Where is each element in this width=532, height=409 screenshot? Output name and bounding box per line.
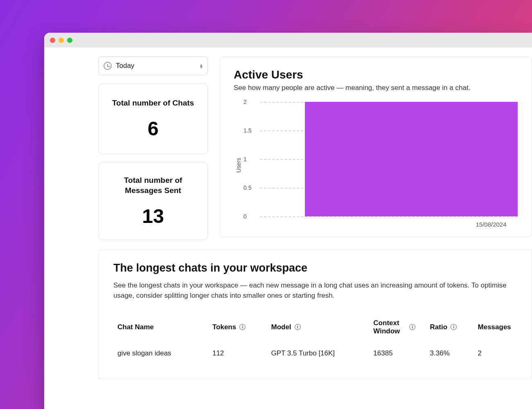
panel-title: The longest chats in your workspace — [113, 262, 517, 274]
stat-card-total-chats: Total number of Chats 6 — [98, 83, 208, 154]
col-chat-name: Chat Name — [113, 314, 209, 340]
chart-x-tick: 15/08/2024 — [476, 221, 506, 228]
chart-y-tick: 2 — [243, 99, 247, 105]
time-range-select[interactable]: Today ▴▾ — [98, 56, 208, 75]
info-icon[interactable]: i — [409, 324, 415, 330]
app-window: Today ▴▾ Total number of Chats 6 Total n… — [44, 33, 532, 409]
left-column: Today ▴▾ Total number of Chats 6 Total n… — [98, 56, 208, 240]
close-window-button[interactable] — [50, 38, 55, 43]
col-label: Model — [271, 323, 291, 331]
clock-icon — [104, 62, 112, 70]
panel-subtitle: See the longest chats in your workspace … — [113, 280, 517, 301]
longest-chats-table: Chat Name Tokensi Modeli Context Windowi… — [113, 314, 517, 366]
stat-value: 6 — [106, 117, 200, 140]
chart-gridline — [260, 216, 518, 217]
table-cell: 2 — [475, 340, 517, 366]
info-icon[interactable]: i — [295, 324, 301, 330]
table-cell: 112 — [209, 340, 268, 366]
chart-y-tick: 1.5 — [243, 127, 251, 134]
info-icon[interactable]: i — [451, 324, 457, 330]
table-cell: 16385 — [370, 340, 426, 366]
active-users-panel: Active Users See how many people are act… — [219, 56, 532, 237]
col-ratio: Ratioi — [427, 314, 475, 340]
table-cell: 3.36% — [427, 340, 475, 366]
col-label: Tokens — [212, 323, 236, 331]
titlebar — [44, 33, 532, 47]
stat-value: 13 — [106, 205, 200, 227]
panel-subtitle: See how many people are active — meaning… — [234, 84, 518, 92]
chart-plot-area: 00.511.52 — [252, 102, 518, 216]
col-messages: Messages — [475, 314, 517, 340]
col-label: Messages — [478, 323, 511, 331]
table-row[interactable]: give slogan ideas112GPT 3.5 Turbo [16K]1… — [113, 340, 517, 366]
stat-title: Total number of Messages Sent — [106, 175, 200, 196]
col-tokens: Tokensi — [209, 314, 268, 340]
info-icon[interactable]: i — [239, 324, 246, 330]
col-label: Context Window — [373, 319, 406, 335]
maximize-window-button[interactable] — [67, 38, 72, 43]
chart-y-tick: 0.5 — [243, 184, 251, 191]
dashboard-content: Today ▴▾ Total number of Chats 6 Total n… — [44, 47, 532, 240]
window-controls — [50, 38, 72, 43]
table-cell: GPT 3.5 Turbo [16K] — [268, 340, 370, 366]
chart-y-tick: 0 — [243, 213, 247, 220]
right-column: Active Users See how many people are act… — [219, 56, 532, 240]
chart-bar — [305, 102, 518, 216]
select-chevrons-icon: ▴▾ — [200, 63, 203, 68]
stat-card-total-messages: Total number of Messages Sent 13 — [98, 162, 208, 240]
col-label: Ratio — [430, 323, 448, 331]
col-label: Chat Name — [117, 323, 154, 331]
time-range-label: Today — [116, 62, 134, 70]
minimize-window-button[interactable] — [59, 38, 64, 43]
chart-x-ticks: 15/08/2024 — [252, 220, 518, 228]
col-context-window: Context Windowi — [370, 314, 426, 340]
chart-y-axis-label: Users — [235, 158, 242, 173]
col-model: Modeli — [268, 314, 370, 340]
longest-chats-panel: The longest chats in your workspace See … — [98, 249, 532, 379]
stat-title: Total number of Chats — [106, 98, 200, 108]
table-header-row: Chat Name Tokensi Modeli Context Windowi… — [113, 314, 517, 340]
active-users-chart: Users 00.511.52 15/08/2024 — [234, 102, 518, 229]
panel-title: Active Users — [234, 68, 518, 81]
chart-y-tick: 1 — [243, 156, 247, 162]
table-cell: give slogan ideas — [113, 340, 209, 366]
